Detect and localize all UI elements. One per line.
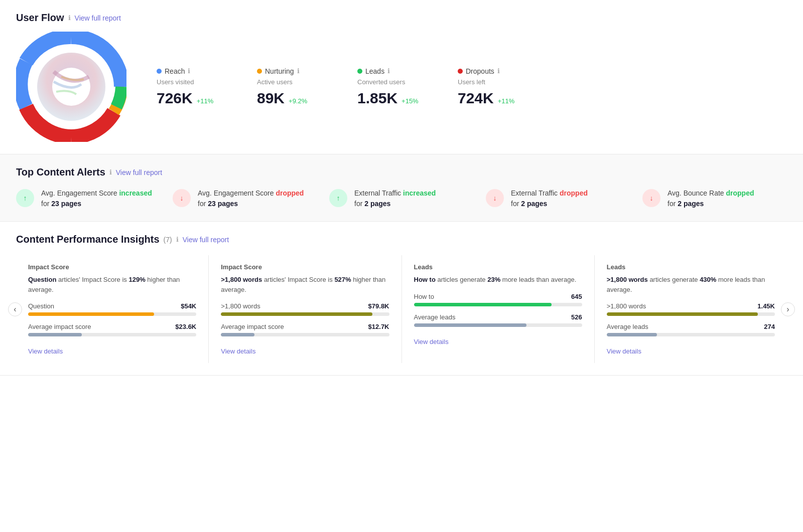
insight-desc-pre: Question <box>28 276 56 283</box>
bar-bottom-label: Average leads <box>414 313 456 321</box>
insight-desc: Question articles' Impact Score is 129% … <box>28 275 196 294</box>
metric-change: +11% <box>197 97 214 105</box>
alert-icon-1: ↓ <box>173 189 191 207</box>
user-flow-view-report-link[interactable]: View full report <box>75 14 121 22</box>
metric-leads: Leads ℹ Converted users 1.85K +15% <box>357 67 428 107</box>
insight-category: Leads <box>607 263 775 271</box>
insights-info-icon[interactable]: ℹ <box>176 236 179 243</box>
alert-card-3: ↓ External Traffic droppedfor 2 pages <box>486 188 630 209</box>
bar-top-value: $79.8K <box>368 302 389 310</box>
metric-dot <box>157 69 162 74</box>
bar-label-row-top: >1,800 words $79.8K <box>221 302 389 310</box>
bar-row-bottom: Average leads 274 <box>607 323 775 336</box>
insight-desc-pre: >1,800 words <box>607 276 648 283</box>
metric-value: 89K <box>257 90 285 107</box>
insight-desc: >1,800 words articles generate 430% more… <box>607 275 775 294</box>
alerts-info-icon[interactable]: ℹ <box>109 168 112 176</box>
bar-row-top: >1,800 words $79.8K <box>221 302 389 316</box>
metric-info-icon[interactable]: ℹ <box>387 67 390 75</box>
metric-value: 726K <box>157 90 193 107</box>
alert-bold: 2 pages <box>521 200 547 208</box>
metric-dropouts: Dropouts ℹ Users left 724K +11% <box>458 67 528 107</box>
alerts-header: Top Content Alerts ℹ View full report <box>16 166 787 178</box>
bar-fill-top <box>221 312 372 316</box>
alert-highlight: dropped <box>276 189 304 197</box>
insight-category: Leads <box>414 263 582 271</box>
metric-label: Leads <box>365 67 384 75</box>
bar-fill-bottom <box>414 323 527 327</box>
alert-bold: 23 pages <box>208 200 238 208</box>
bar-track-bottom <box>607 333 775 336</box>
bar-fill-bottom <box>28 333 82 336</box>
alert-text-2: External Traffic increasedfor 2 pages <box>354 188 436 209</box>
alert-text-0: Avg. Engagement Score increasedfor 23 pa… <box>41 188 152 209</box>
insight-highlight: 527% <box>334 276 351 283</box>
alert-icon-3: ↓ <box>486 189 504 207</box>
metric-label: Reach <box>165 67 185 75</box>
bar-row-top: Question $54K <box>28 302 196 316</box>
metric-label-row: Reach ℹ <box>157 67 227 75</box>
alert-text-4: Avg. Bounce Rate droppedfor 2 pages <box>667 188 754 209</box>
insight-card-1: Impact Score >1,800 words articles' Impa… <box>209 255 401 363</box>
bar-top-label: >1,800 words <box>607 302 646 310</box>
metric-sublabel: Users visited <box>157 78 227 86</box>
bar-label-row-bottom: Average impact score $12.7K <box>221 323 389 330</box>
bar-bottom-value: 526 <box>571 313 582 321</box>
bar-label-row-bottom: Average leads 274 <box>607 323 775 330</box>
user-flow-title: User Flow <box>16 12 64 24</box>
alert-card-2: ↑ External Traffic increasedfor 2 pages <box>329 188 474 209</box>
user-flow-info-icon[interactable]: ℹ <box>68 14 71 22</box>
insights-view-report-link[interactable]: View full report <box>183 236 229 244</box>
alerts-view-report-link[interactable]: View full report <box>116 168 162 176</box>
view-details-link-3[interactable]: View details <box>607 347 641 355</box>
bar-top-label: How to <box>414 293 434 300</box>
alert-highlight: increased <box>119 189 152 197</box>
alert-arrow-icon: ↑ <box>24 194 27 202</box>
metric-change: +9.2% <box>289 97 307 105</box>
alert-bold: 2 pages <box>364 200 390 208</box>
bar-row-top: How to 645 <box>414 293 582 306</box>
metric-sublabel: Active users <box>257 78 327 86</box>
donut-chart <box>16 32 126 142</box>
bar-row-top: >1,800 words 1.45K <box>607 302 775 316</box>
view-details-link-2[interactable]: View details <box>414 338 449 345</box>
bar-bottom-label: Average impact score <box>221 323 284 330</box>
insight-category: Impact Score <box>221 263 389 271</box>
metric-label: Nurturing <box>265 67 294 75</box>
metric-value: 1.85K <box>357 90 397 107</box>
metrics-container: Reach ℹ Users visited 726K +11% Nurturin… <box>157 67 787 107</box>
donut-svg <box>16 32 126 142</box>
alerts-grid: ↑ Avg. Engagement Score increasedfor 23 … <box>16 188 787 209</box>
insight-desc: >1,800 words articles' Impact Score is 5… <box>221 275 389 294</box>
bar-label-row-top: How to 645 <box>414 293 582 300</box>
view-details-link-0[interactable]: View details <box>28 347 63 355</box>
bar-bottom-value: $23.6K <box>175 323 196 330</box>
bar-label-row-bottom: Average impact score $23.6K <box>28 323 196 330</box>
alert-icon-4: ↓ <box>642 189 660 207</box>
alert-text-3: External Traffic droppedfor 2 pages <box>511 188 588 209</box>
alert-bold: 23 pages <box>51 200 81 208</box>
prev-arrow[interactable]: ‹ <box>8 302 22 316</box>
bar-track-bottom <box>28 333 196 336</box>
metric-info-icon[interactable]: ℹ <box>497 67 500 75</box>
metric-label-row: Dropouts ℹ <box>458 67 528 75</box>
insights-grid: Impact Score Question articles' Impact S… <box>16 255 787 363</box>
page: User Flow ℹ View full report <box>0 0 803 532</box>
alert-arrow-icon: ↓ <box>180 194 184 202</box>
bar-track-bottom <box>414 323 582 327</box>
next-arrow[interactable]: › <box>781 302 795 316</box>
metric-info-icon[interactable]: ℹ <box>297 67 300 75</box>
view-details-link-1[interactable]: View details <box>221 347 255 355</box>
bar-fill-bottom <box>221 333 254 336</box>
metric-info-icon[interactable]: ℹ <box>188 67 190 75</box>
bar-top-value: 1.45K <box>757 302 775 310</box>
metric-sublabel: Converted users <box>357 78 428 86</box>
bar-top-value: 645 <box>571 293 582 300</box>
insight-card-3: Leads >1,800 words articles generate 430… <box>595 255 787 363</box>
insight-highlight: 23% <box>487 276 500 283</box>
bar-top-label: Question <box>28 302 54 310</box>
content-performance-section: Content Performance Insights (7) ℹ View … <box>0 222 803 376</box>
bar-row-bottom: Average impact score $23.6K <box>28 323 196 336</box>
metric-dot <box>458 69 463 74</box>
alert-arrow-icon: ↓ <box>650 194 653 202</box>
